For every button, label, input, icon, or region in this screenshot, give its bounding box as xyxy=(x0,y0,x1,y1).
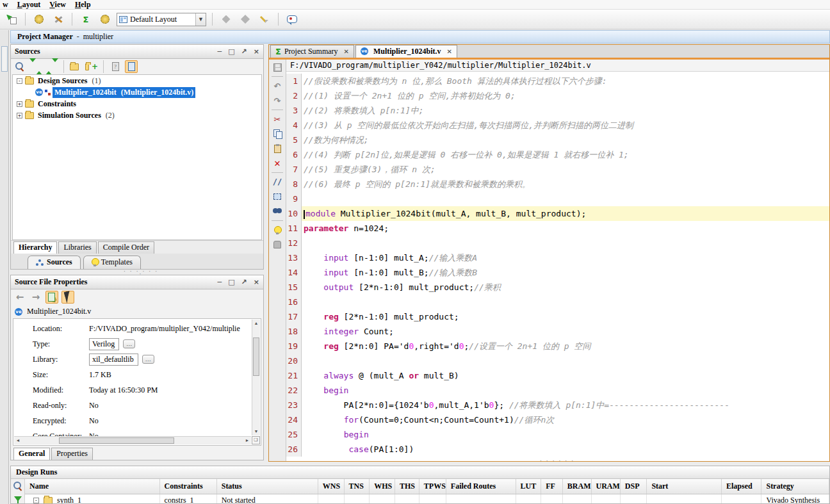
detach-corner-icon[interactable]: ❏ xyxy=(252,436,260,444)
delete-button[interactable]: ✕ xyxy=(271,157,284,170)
code-line[interactable]: 20 xyxy=(286,354,829,368)
redo-button[interactable]: ↷ xyxy=(271,94,284,107)
menu-item-view[interactable]: View xyxy=(49,0,66,10)
table-row[interactable]: -synth_1constrs_1Not startedVivado Synth… xyxy=(25,494,829,504)
column-header-strategy[interactable]: Strategy xyxy=(761,479,829,494)
code-line[interactable]: 10module Multiplier_1024bit(mult_A, mult… xyxy=(286,206,829,221)
column-header-tns[interactable]: TNS xyxy=(344,479,370,494)
code-line[interactable]: 1//假设乘数和被乘数均为 n 位,那么 Booth 算法的具体执行过程以下六个… xyxy=(286,74,829,88)
tree-expander-icon[interactable]: - xyxy=(33,498,39,503)
back-button[interactable]: ← xyxy=(13,291,26,304)
tab-libraries[interactable]: Libraries xyxy=(58,241,96,254)
maximize-icon[interactable]: □ xyxy=(228,47,234,56)
tab-hierarchy[interactable]: Hierarchy xyxy=(13,241,57,254)
minimize-icon[interactable]: ─ xyxy=(218,278,222,286)
menu-item-help[interactable]: Help xyxy=(75,0,91,10)
tab-general[interactable]: General xyxy=(13,448,50,460)
horizontal-scrollbar[interactable]: ◄ ► xyxy=(14,436,251,444)
column-header-status[interactable]: Status xyxy=(216,479,318,494)
tree-item[interactable]: -Design Sources (1) xyxy=(13,75,261,86)
code-line[interactable]: 12 xyxy=(286,236,829,250)
chevron-down-icon[interactable]: ▼ xyxy=(195,13,206,26)
vertical-scrollbar[interactable]: ▲ ▼ xyxy=(252,320,260,435)
open-file-button[interactable] xyxy=(69,60,82,73)
select-pointer-button[interactable] xyxy=(61,291,74,304)
scroll-down-icon[interactable]: ▼ xyxy=(252,428,260,435)
scroll-right-icon[interactable]: ► xyxy=(243,437,251,444)
tools-button[interactable] xyxy=(51,12,66,27)
disabled-tool-button[interactable] xyxy=(238,12,253,27)
scrollbar-thumb[interactable] xyxy=(59,437,174,444)
settings-button[interactable] xyxy=(31,12,47,27)
column-header-tpws[interactable]: TPWS xyxy=(419,479,446,494)
code-line[interactable]: 9 xyxy=(286,191,829,206)
tree-item[interactable]: veMultiplier_1024bit (Multiplier_1024bit… xyxy=(13,86,261,98)
code-line[interactable]: 18 integer Count; xyxy=(286,324,829,339)
tree-expander-icon[interactable]: + xyxy=(17,113,22,118)
search-button[interactable] xyxy=(13,60,26,73)
column-header-name[interactable]: Name xyxy=(25,479,159,494)
run-button[interactable] xyxy=(4,12,19,27)
column-header-elapsed[interactable]: Elapsed xyxy=(722,479,761,494)
close-icon[interactable]: × xyxy=(254,47,259,56)
drag-tool-button[interactable] xyxy=(271,238,284,251)
collapsed-panel-tab[interactable] xyxy=(1,46,8,72)
layout-select[interactable]: Default Layout ▼ xyxy=(117,13,206,26)
column-header-ff[interactable]: FF xyxy=(541,479,563,494)
column-header-uram[interactable]: URAM xyxy=(591,479,620,494)
code-line[interactable]: 26 case(PA[1:0]) xyxy=(286,442,829,457)
save-button[interactable] xyxy=(271,61,284,74)
code-editor[interactable]: 1//假设乘数和被乘数均为 n 位,那么 Booth 算法的具体执行过程以下六个… xyxy=(286,72,829,461)
column-header-dsp[interactable]: DSP xyxy=(620,479,647,494)
column-header-constraints[interactable]: Constraints xyxy=(159,479,216,494)
scrollbar-thumb[interactable] xyxy=(253,337,259,376)
column-header-wns[interactable]: WNS xyxy=(318,479,344,494)
code-line[interactable]: 14 input [n-1:0] mult_B;//输入乘数B xyxy=(286,265,829,280)
tab-compile-order[interactable]: Compile Order xyxy=(98,241,154,254)
properties-view-button[interactable] xyxy=(45,291,58,304)
minimize-icon[interactable]: ─ xyxy=(218,47,222,56)
ellipsis-button[interactable]: … xyxy=(123,339,135,348)
code-line[interactable]: 21 always @ (mult_A or mult_B) xyxy=(286,368,829,383)
undo-button[interactable]: ↶ xyxy=(271,79,284,92)
menu-item-layout[interactable]: Layout xyxy=(17,0,41,10)
add-sources-button[interactable]: + xyxy=(85,60,98,73)
column-header-bram[interactable]: BRAM xyxy=(562,479,591,494)
column-header-whs[interactable]: WHS xyxy=(370,479,395,494)
close-icon[interactable]: × xyxy=(254,278,259,286)
search-button[interactable] xyxy=(12,482,24,491)
code-line[interactable]: 19 reg [2*n:0] PA='d0,right='d0;//设置一个 2… xyxy=(286,339,829,354)
code-line[interactable]: 4//(3) 从 p 空间的最低位依次开始向左扫描,每次扫描两位,并判断所扫描的… xyxy=(286,118,829,133)
code-line[interactable]: 25 begin xyxy=(286,427,829,442)
column-header-start[interactable]: Start xyxy=(647,479,722,494)
code-line[interactable]: 23 PA[2*n:0]={1024'b0,mult_A,1'b0}; //将乘… xyxy=(286,398,829,412)
expand-all-button[interactable] xyxy=(45,60,58,73)
code-line[interactable]: 11parameter n=1024; xyxy=(286,221,829,236)
tree-expander-icon[interactable]: - xyxy=(17,78,22,84)
panel-splitter[interactable]: · · · · · · · xyxy=(122,270,160,274)
code-line[interactable]: 6//(4) 判断 p[2n]位,如果是逻辑 0 右移一位补 0,如果是逻辑 1… xyxy=(286,147,829,162)
copy-button[interactable] xyxy=(271,127,284,140)
disabled-tool-button[interactable] xyxy=(218,12,234,27)
maximize-icon[interactable]: □ xyxy=(228,278,234,286)
disabled-pointer-button[interactable] xyxy=(257,12,272,27)
gear-plus-button[interactable] xyxy=(97,12,113,27)
column-header-failed-routes[interactable]: Failed Routes xyxy=(446,479,516,494)
feedback-button[interactable] xyxy=(284,12,300,27)
code-line[interactable]: 3//(2) 将乘数填入 p[n:1]中; xyxy=(286,103,829,118)
help-doc-button[interactable]: ? xyxy=(109,60,122,73)
panel-tab-templates[interactable]: Templates xyxy=(83,256,141,269)
column-header-ths[interactable]: THS xyxy=(395,479,419,494)
scroll-up-icon[interactable]: ▲ xyxy=(252,320,260,327)
code-line[interactable]: 7//(5) 重复步骤(3)，循环 n 次; xyxy=(286,162,829,177)
code-line[interactable]: 5//数为何种情况; xyxy=(286,133,829,147)
close-icon[interactable]: ✕ xyxy=(344,48,349,55)
code-line[interactable]: 24 for(Count=0;Count<n;Count=Count+1)//循… xyxy=(286,412,829,427)
scroll-to-source-button[interactable] xyxy=(125,60,138,73)
float-icon[interactable]: ↗ xyxy=(241,278,247,286)
find-in-file-button[interactable] xyxy=(271,205,284,218)
close-icon[interactable]: ✕ xyxy=(447,48,452,55)
float-icon[interactable]: ↗ xyxy=(241,47,247,56)
paste-button[interactable] xyxy=(271,142,284,155)
editor-tab-project-summary[interactable]: ΣProject Summary✕ xyxy=(270,45,354,58)
